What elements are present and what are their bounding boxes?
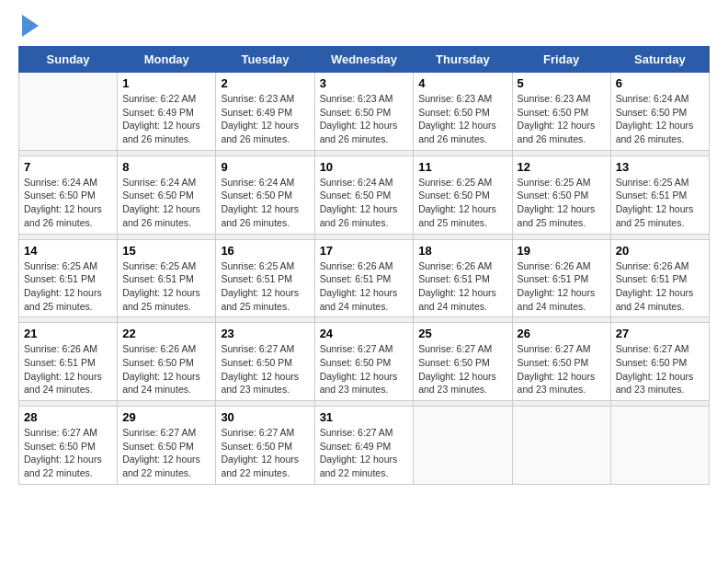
day-info: Sunrise: 6:26 AM Sunset: 6:51 PM Dayligh… (518, 259, 606, 314)
day-info: Sunrise: 6:25 AM Sunset: 6:50 PM Dayligh… (518, 176, 606, 230)
logo (18, 18, 39, 37)
day-number: 25 (418, 327, 506, 340)
calendar-week-1: 1Sunrise: 6:22 AM Sunset: 6:49 PM Daylig… (19, 73, 710, 151)
day-header-tuesday: Tuesday (216, 47, 314, 73)
day-number: 21 (24, 327, 112, 340)
day-info: Sunrise: 6:25 AM Sunset: 6:51 PM Dayligh… (24, 259, 112, 314)
calendar-cell: 11Sunrise: 6:25 AM Sunset: 6:50 PM Dayli… (414, 155, 512, 234)
calendar-cell: 8Sunrise: 6:24 AM Sunset: 6:50 PM Daylig… (118, 155, 216, 234)
day-number: 8 (122, 160, 210, 174)
day-number: 2 (221, 76, 309, 90)
day-info: Sunrise: 6:27 AM Sunset: 6:49 PM Dayligh… (320, 426, 409, 480)
day-number: 20 (616, 244, 704, 258)
calendar-cell: 18Sunrise: 6:26 AM Sunset: 6:51 PM Dayli… (414, 239, 512, 317)
day-number: 17 (320, 244, 409, 258)
day-number: 19 (518, 244, 606, 258)
day-number: 15 (122, 244, 210, 258)
day-info: Sunrise: 6:23 AM Sunset: 6:50 PM Dayligh… (518, 92, 606, 146)
calendar-cell (414, 407, 512, 485)
calendar-cell: 19Sunrise: 6:26 AM Sunset: 6:51 PM Dayli… (512, 239, 610, 317)
calendar-cell: 31Sunrise: 6:27 AM Sunset: 6:49 PM Dayli… (314, 407, 414, 485)
day-info: Sunrise: 6:24 AM Sunset: 6:50 PM Dayligh… (320, 176, 409, 230)
day-number: 5 (518, 76, 606, 90)
calendar-cell: 25Sunrise: 6:27 AM Sunset: 6:50 PM Dayli… (414, 323, 512, 401)
calendar-cell: 27Sunrise: 6:27 AM Sunset: 6:50 PM Dayli… (610, 323, 709, 401)
calendar-cell: 24Sunrise: 6:27 AM Sunset: 6:50 PM Dayli… (314, 323, 414, 401)
day-number: 6 (616, 76, 704, 90)
logo-arrow-icon (22, 15, 39, 37)
day-number: 23 (221, 327, 309, 340)
day-number: 11 (418, 160, 506, 174)
day-info: Sunrise: 6:27 AM Sunset: 6:50 PM Dayligh… (221, 342, 309, 396)
calendar-cell: 1Sunrise: 6:22 AM Sunset: 6:49 PM Daylig… (118, 73, 216, 151)
day-number: 1 (122, 76, 210, 90)
day-number: 9 (221, 160, 309, 174)
day-info: Sunrise: 6:24 AM Sunset: 6:50 PM Dayligh… (221, 176, 309, 230)
calendar-cell: 14Sunrise: 6:25 AM Sunset: 6:51 PM Dayli… (19, 239, 118, 317)
day-header-saturday: Saturday (610, 47, 709, 73)
day-number: 31 (320, 410, 409, 424)
calendar-cell: 20Sunrise: 6:26 AM Sunset: 6:51 PM Dayli… (610, 239, 709, 317)
calendar-cell: 10Sunrise: 6:24 AM Sunset: 6:50 PM Dayli… (314, 155, 414, 234)
day-info: Sunrise: 6:25 AM Sunset: 6:51 PM Dayligh… (616, 176, 704, 230)
day-header-wednesday: Wednesday (314, 47, 414, 73)
calendar-cell: 9Sunrise: 6:24 AM Sunset: 6:50 PM Daylig… (216, 155, 314, 234)
calendar-cell (19, 73, 118, 151)
calendar-cell: 2Sunrise: 6:23 AM Sunset: 6:49 PM Daylig… (216, 73, 314, 151)
calendar-cell: 3Sunrise: 6:23 AM Sunset: 6:50 PM Daylig… (314, 73, 414, 151)
day-number: 4 (418, 76, 506, 90)
calendar-table: SundayMondayTuesdayWednesdayThursdayFrid… (18, 46, 710, 485)
page-header (18, 18, 710, 37)
day-number: 3 (320, 76, 409, 90)
calendar-cell: 23Sunrise: 6:27 AM Sunset: 6:50 PM Dayli… (216, 323, 314, 401)
calendar-week-4: 21Sunrise: 6:26 AM Sunset: 6:51 PM Dayli… (19, 323, 710, 401)
day-info: Sunrise: 6:26 AM Sunset: 6:51 PM Dayligh… (418, 259, 506, 314)
day-number: 28 (24, 410, 112, 424)
calendar-week-5: 28Sunrise: 6:27 AM Sunset: 6:50 PM Dayli… (19, 407, 710, 485)
day-number: 13 (616, 160, 704, 174)
day-number: 30 (221, 410, 309, 424)
day-header-monday: Monday (118, 47, 216, 73)
day-number: 29 (122, 410, 210, 424)
day-info: Sunrise: 6:25 AM Sunset: 6:51 PM Dayligh… (221, 259, 309, 314)
calendar-cell: 15Sunrise: 6:25 AM Sunset: 6:51 PM Dayli… (118, 239, 216, 317)
day-info: Sunrise: 6:22 AM Sunset: 6:49 PM Dayligh… (122, 92, 210, 146)
day-info: Sunrise: 6:23 AM Sunset: 6:49 PM Dayligh… (221, 92, 309, 146)
day-header-sunday: Sunday (19, 47, 118, 73)
day-header-friday: Friday (512, 47, 610, 73)
calendar-cell: 26Sunrise: 6:27 AM Sunset: 6:50 PM Dayli… (512, 323, 610, 401)
calendar-cell (512, 407, 610, 485)
day-number: 10 (320, 160, 409, 174)
day-number: 26 (518, 327, 606, 340)
day-info: Sunrise: 6:27 AM Sunset: 6:50 PM Dayligh… (518, 342, 606, 396)
calendar-week-3: 14Sunrise: 6:25 AM Sunset: 6:51 PM Dayli… (19, 239, 710, 317)
day-number: 12 (518, 160, 606, 174)
calendar-cell: 29Sunrise: 6:27 AM Sunset: 6:50 PM Dayli… (118, 407, 216, 485)
calendar-week-2: 7Sunrise: 6:24 AM Sunset: 6:50 PM Daylig… (19, 155, 710, 234)
day-info: Sunrise: 6:27 AM Sunset: 6:50 PM Dayligh… (418, 342, 506, 396)
day-info: Sunrise: 6:23 AM Sunset: 6:50 PM Dayligh… (418, 92, 506, 146)
day-info: Sunrise: 6:25 AM Sunset: 6:51 PM Dayligh… (122, 259, 210, 314)
calendar-cell: 30Sunrise: 6:27 AM Sunset: 6:50 PM Dayli… (216, 407, 314, 485)
day-number: 24 (320, 327, 409, 340)
day-number: 22 (122, 327, 210, 340)
day-info: Sunrise: 6:26 AM Sunset: 6:51 PM Dayligh… (616, 259, 704, 314)
calendar-cell: 21Sunrise: 6:26 AM Sunset: 6:51 PM Dayli… (19, 323, 118, 401)
day-info: Sunrise: 6:24 AM Sunset: 6:50 PM Dayligh… (616, 92, 704, 146)
calendar-cell: 12Sunrise: 6:25 AM Sunset: 6:50 PM Dayli… (512, 155, 610, 234)
calendar-cell: 4Sunrise: 6:23 AM Sunset: 6:50 PM Daylig… (414, 73, 512, 151)
day-info: Sunrise: 6:27 AM Sunset: 6:50 PM Dayligh… (320, 342, 409, 396)
calendar-cell: 6Sunrise: 6:24 AM Sunset: 6:50 PM Daylig… (610, 73, 709, 151)
day-info: Sunrise: 6:24 AM Sunset: 6:50 PM Dayligh… (24, 176, 112, 230)
calendar-header-row: SundayMondayTuesdayWednesdayThursdayFrid… (19, 47, 710, 73)
day-info: Sunrise: 6:27 AM Sunset: 6:50 PM Dayligh… (221, 426, 309, 480)
calendar-cell: 7Sunrise: 6:24 AM Sunset: 6:50 PM Daylig… (19, 155, 118, 234)
day-number: 16 (221, 244, 309, 258)
day-number: 14 (24, 244, 112, 258)
day-info: Sunrise: 6:27 AM Sunset: 6:50 PM Dayligh… (122, 426, 210, 480)
day-info: Sunrise: 6:26 AM Sunset: 6:51 PM Dayligh… (24, 342, 112, 396)
day-number: 27 (616, 327, 704, 340)
calendar-cell: 22Sunrise: 6:26 AM Sunset: 6:50 PM Dayli… (118, 323, 216, 401)
day-header-thursday: Thursday (414, 47, 512, 73)
day-info: Sunrise: 6:24 AM Sunset: 6:50 PM Dayligh… (122, 176, 210, 230)
